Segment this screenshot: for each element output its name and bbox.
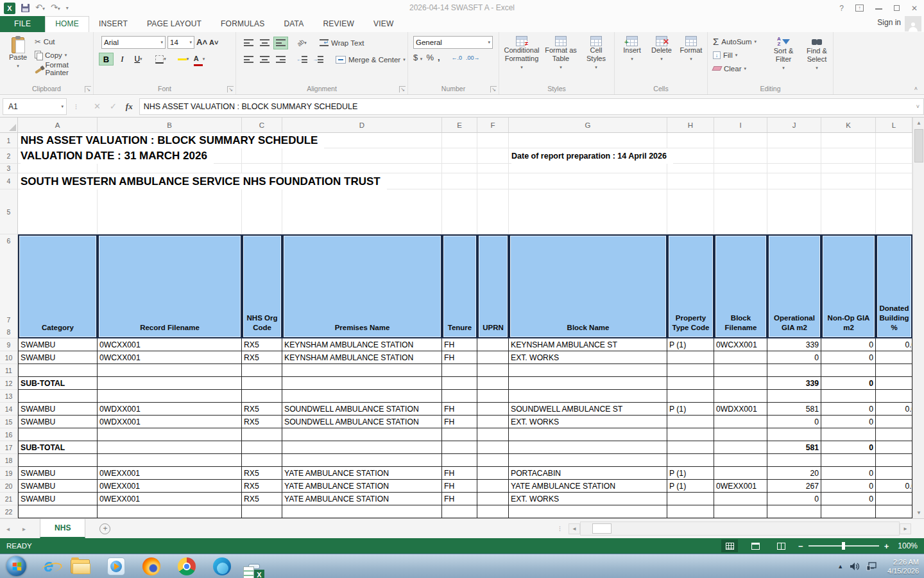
cell-E5[interactable] bbox=[442, 189, 477, 234]
cell-F21[interactable] bbox=[477, 493, 509, 505]
decrease-indent-icon[interactable]: ← bbox=[295, 53, 309, 66]
header-cell-J[interactable]: Operational GIA m2 bbox=[767, 234, 821, 338]
cell-G11[interactable] bbox=[509, 364, 667, 377]
volume-icon[interactable] bbox=[850, 562, 860, 571]
cell-G4[interactable] bbox=[509, 173, 667, 189]
tab-splitter-icon[interactable]: ⋮ bbox=[557, 525, 563, 532]
cell-D9[interactable]: KEYNSHAM AMBULANCE STATION bbox=[282, 338, 442, 351]
cell-C10[interactable]: RX5 bbox=[242, 351, 282, 364]
cell-J5[interactable] bbox=[767, 189, 821, 234]
start-button[interactable] bbox=[6, 556, 26, 576]
row-header-18[interactable]: 18 bbox=[0, 454, 18, 467]
row-header-3[interactable]: 3 bbox=[0, 164, 18, 173]
cell-K18[interactable] bbox=[821, 454, 876, 467]
cell-D14[interactable]: SOUNDWELL AMBULANCE STATION bbox=[282, 403, 442, 416]
borders-button[interactable]: ▾ bbox=[153, 53, 168, 66]
tab-home[interactable]: HOME bbox=[45, 16, 89, 32]
cell-G3[interactable] bbox=[509, 164, 667, 173]
cell-D13[interactable] bbox=[282, 390, 442, 403]
cell-E19[interactable]: FH bbox=[442, 467, 477, 480]
row-header-17[interactable]: 17 bbox=[0, 441, 18, 454]
row-header-12[interactable]: 12 bbox=[0, 377, 18, 390]
cell-I11[interactable] bbox=[714, 364, 767, 377]
cell-F10[interactable] bbox=[477, 351, 509, 364]
cell-H22[interactable] bbox=[667, 505, 714, 518]
font-dialog-launcher-icon[interactable]: ↘ bbox=[227, 86, 234, 92]
cell-C9[interactable]: RX5 bbox=[242, 338, 282, 351]
cell-E17[interactable] bbox=[442, 441, 477, 454]
cell-K11[interactable] bbox=[821, 364, 876, 377]
chrome-icon[interactable] bbox=[178, 557, 196, 575]
cell-G12[interactable] bbox=[509, 377, 667, 390]
cell-K1[interactable] bbox=[821, 133, 876, 148]
cell-B22[interactable] bbox=[98, 505, 242, 518]
row-header-9[interactable]: 9 bbox=[0, 338, 18, 351]
restore-button[interactable] bbox=[894, 5, 900, 11]
cell-F12[interactable] bbox=[477, 377, 509, 390]
cell-D18[interactable] bbox=[282, 454, 442, 467]
row-header-10[interactable]: 10 bbox=[0, 351, 18, 364]
zoom-level[interactable]: 100% bbox=[898, 541, 918, 550]
cell-B11[interactable] bbox=[98, 364, 242, 377]
cell-L2[interactable] bbox=[876, 148, 912, 164]
cell-L3[interactable] bbox=[876, 164, 912, 173]
cell-K2[interactable] bbox=[821, 148, 876, 164]
currency-icon[interactable]: $ ▾ bbox=[413, 53, 422, 62]
cut-button[interactable]: ✂Cut bbox=[33, 35, 93, 48]
cell-B19[interactable]: 0WEXX001 bbox=[98, 467, 242, 480]
cell-C14[interactable]: RX5 bbox=[242, 403, 282, 416]
cell-D12[interactable] bbox=[282, 377, 442, 390]
cell-E3[interactable] bbox=[442, 164, 477, 173]
cell-E14[interactable]: FH bbox=[442, 403, 477, 416]
cell-I16[interactable] bbox=[714, 428, 767, 441]
cell-K14[interactable]: 0 bbox=[821, 403, 876, 416]
cell-I19[interactable] bbox=[714, 467, 767, 480]
cell-D15[interactable]: SOUNDWELL AMBULANCE STATION bbox=[282, 416, 442, 428]
cell-H11[interactable] bbox=[667, 364, 714, 377]
tab-data[interactable]: DATA bbox=[274, 16, 313, 32]
cell-C22[interactable] bbox=[242, 505, 282, 518]
alignment-dialog-launcher-icon[interactable]: ↘ bbox=[399, 86, 406, 92]
cell-F18[interactable] bbox=[477, 454, 509, 467]
cell-H3[interactable] bbox=[667, 164, 714, 173]
network-icon[interactable] bbox=[866, 562, 877, 571]
cell-G10[interactable]: EXT. WORKS bbox=[509, 351, 667, 364]
row-header-13[interactable]: 13 bbox=[0, 390, 18, 403]
cell-A5[interactable] bbox=[18, 189, 98, 234]
column-header-L[interactable]: L bbox=[876, 118, 912, 132]
header-cell-B[interactable]: Record Filename bbox=[98, 234, 242, 338]
cell-K5[interactable] bbox=[821, 189, 876, 234]
select-all-corner[interactable] bbox=[0, 118, 18, 132]
insert-cells-button[interactable]: + Insert▾ bbox=[617, 33, 647, 63]
cell-A17[interactable]: SUB-TOTAL bbox=[18, 441, 98, 454]
help-icon[interactable]: ? bbox=[839, 4, 844, 13]
cell-J16[interactable] bbox=[767, 428, 821, 441]
header-cell-D[interactable]: Premises Name bbox=[282, 234, 442, 338]
cell-B14[interactable]: 0WDXX001 bbox=[98, 403, 242, 416]
cell-H12[interactable] bbox=[667, 377, 714, 390]
increase-decimal-icon[interactable]: ←.0 bbox=[452, 55, 463, 61]
shrink-font-icon[interactable]: A˅ bbox=[209, 39, 218, 46]
cell-I4[interactable] bbox=[714, 173, 767, 189]
cell-I1[interactable] bbox=[714, 133, 767, 148]
cell-L4[interactable] bbox=[876, 173, 912, 189]
zoom-slider[interactable]: − + bbox=[798, 541, 889, 551]
cell-J9[interactable]: 339 bbox=[767, 338, 821, 351]
row-header-4[interactable]: 4 bbox=[0, 173, 18, 189]
cell-J4[interactable] bbox=[767, 173, 821, 189]
find-select-button[interactable]: Find & Select▾ bbox=[800, 33, 834, 72]
customize-qat-icon[interactable]: ▾ bbox=[66, 5, 69, 11]
cell-E2[interactable] bbox=[442, 148, 477, 164]
number-dialog-launcher-icon[interactable]: ↘ bbox=[490, 86, 497, 92]
cell-L1[interactable] bbox=[876, 133, 912, 148]
cell-A18[interactable] bbox=[18, 454, 98, 467]
cell-K10[interactable]: 0 bbox=[821, 351, 876, 364]
cell-L15[interactable] bbox=[876, 416, 912, 428]
cell-H17[interactable] bbox=[667, 441, 714, 454]
cell-H13[interactable] bbox=[667, 390, 714, 403]
zoom-thumb[interactable] bbox=[842, 542, 845, 550]
edge-icon[interactable] bbox=[213, 557, 231, 575]
fill-color-button[interactable]: ▾ bbox=[176, 53, 191, 66]
copy-button[interactable]: Copy ▾ bbox=[33, 48, 93, 62]
cell-H2[interactable] bbox=[667, 148, 714, 164]
